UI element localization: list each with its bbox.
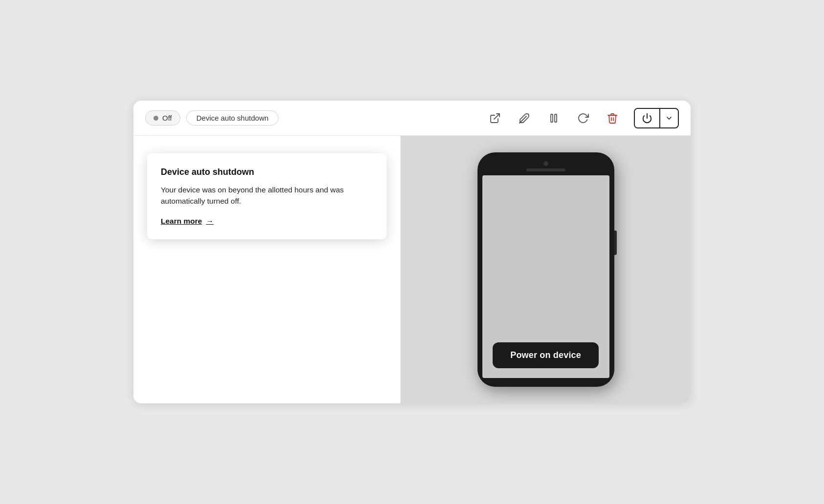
phone-camera: [543, 161, 548, 166]
content-area: Device auto shutdown Your device was on …: [133, 136, 691, 403]
refresh-button[interactable]: [575, 110, 591, 126]
pause-button[interactable]: [546, 110, 562, 126]
status-dot: [153, 116, 158, 121]
svg-rect-3: [555, 114, 557, 122]
power-main-button[interactable]: [635, 109, 660, 127]
power-button-group: [634, 108, 679, 128]
power-on-device-button[interactable]: Power on device: [493, 342, 599, 368]
svg-line-0: [494, 114, 499, 119]
toolbar-right: [487, 108, 679, 128]
shutdown-badge-label: Device auto shutdown: [196, 114, 269, 122]
status-label: Off: [162, 114, 172, 122]
delete-button[interactable]: [605, 110, 620, 126]
phone-top: [482, 161, 609, 171]
toolbar-left: Off Device auto shutdown: [145, 110, 279, 126]
learn-more-button[interactable]: Learn more →: [161, 217, 214, 226]
right-panel: Power on device: [401, 136, 691, 403]
learn-more-label: Learn more: [161, 217, 202, 226]
status-indicator: Off: [145, 110, 180, 126]
phone-mockup: Power on device: [477, 152, 614, 387]
phone-side-button: [614, 231, 617, 255]
pause-icon: [548, 112, 560, 124]
toolbar: Off Device auto shutdown: [133, 101, 691, 136]
external-link-icon: [489, 112, 501, 124]
arrow-right-icon: →: [206, 217, 214, 226]
power-dropdown-button[interactable]: [660, 110, 678, 126]
phone-speaker: [526, 168, 565, 171]
main-card: Off Device auto shutdown: [133, 101, 691, 403]
erase-icon: [519, 112, 530, 124]
external-link-button[interactable]: [487, 110, 503, 126]
chevron-down-icon: [665, 114, 673, 122]
refresh-icon: [577, 112, 589, 124]
svg-line-1: [520, 116, 526, 123]
phone-screen: Power on device: [482, 175, 609, 378]
svg-rect-2: [551, 114, 553, 122]
tooltip-title: Device auto shutdown: [161, 167, 373, 177]
power-on-device-label: Power on device: [510, 350, 581, 360]
delete-icon: [607, 112, 618, 124]
shutdown-badge-button[interactable]: Device auto shutdown: [186, 110, 279, 126]
tooltip-body: Your device was on beyond the allotted h…: [161, 184, 373, 207]
power-icon: [642, 113, 652, 124]
tooltip-card: Device auto shutdown Your device was on …: [147, 153, 387, 239]
left-panel: Device auto shutdown Your device was on …: [133, 136, 401, 403]
erase-button[interactable]: [517, 110, 532, 126]
